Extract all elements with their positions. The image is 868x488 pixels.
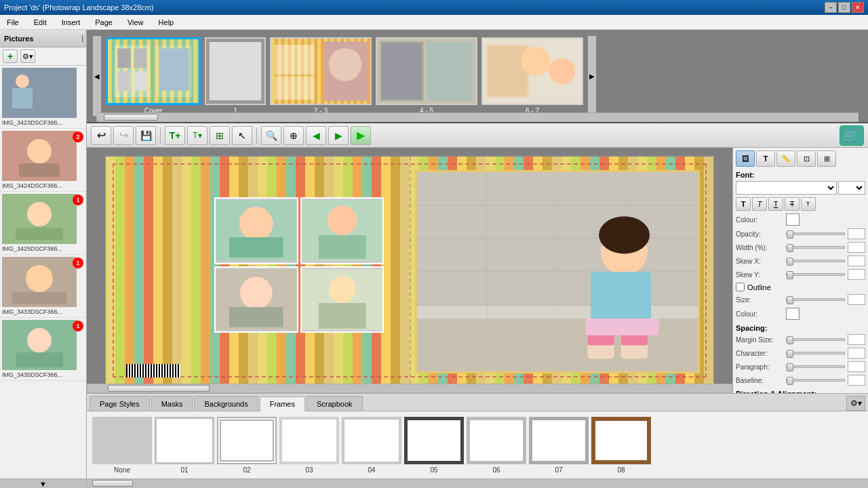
tab-scrapbook[interactable]: Scrapbook: [307, 396, 363, 411]
scroll-down-pictures[interactable]: ▼: [0, 479, 86, 488]
zoom-out-button[interactable]: 🔍: [261, 126, 281, 145]
tab-masks[interactable]: Masks: [151, 396, 193, 411]
list-item[interactable]: 1 IMG_3425DSCF366...: [0, 192, 86, 255]
tab-settings-gear[interactable]: ⚙▾: [846, 396, 865, 411]
character-slider[interactable]: [786, 352, 845, 354]
frame-none[interactable]: None: [92, 417, 152, 474]
colour2-swatch[interactable]: [786, 308, 800, 320]
bottom-tabs: Page Styles Masks Backgrounds Frames Scr…: [87, 394, 868, 411]
frame-box-03: [279, 417, 339, 464]
collage-photo-4[interactable]: [300, 266, 384, 333]
picture-settings-button[interactable]: ⚙▾: [20, 49, 35, 63]
baseline-slider[interactable]: [786, 379, 845, 382]
add-picture-button[interactable]: +: [3, 49, 18, 63]
rt-frame-tool[interactable]: ⊡: [797, 150, 816, 167]
add-text-button[interactable]: T+: [165, 126, 185, 145]
collapse-button[interactable]: |: [81, 35, 83, 42]
skew-x-slider[interactable]: [786, 260, 845, 262]
svg-rect-8: [16, 228, 63, 240]
undo-button[interactable]: ↩: [91, 126, 111, 145]
cart-button[interactable]: 🛒: [840, 125, 864, 146]
pictures-toolbar: + ⚙▾: [0, 47, 86, 66]
margin-slider[interactable]: [786, 338, 845, 341]
paragraph-slider[interactable]: [786, 365, 845, 368]
separator-1: [160, 127, 161, 144]
frame-box-08: [591, 417, 651, 464]
frame-box-06: [467, 417, 526, 464]
format-underline[interactable]: T: [768, 197, 783, 211]
opacity-slider[interactable]: [786, 232, 845, 235]
thumbnail-5: [2, 320, 77, 370]
menu-file[interactable]: File: [3, 17, 23, 28]
thumb-scrollbar[interactable]: [96, 113, 859, 122]
collage-photo-3[interactable]: [214, 266, 298, 333]
paragraph-label: Paragraph:: [736, 363, 783, 371]
tab-frames[interactable]: Frames: [260, 396, 305, 411]
right-large-photo[interactable]: [415, 170, 700, 373]
frame-03[interactable]: 03: [279, 417, 339, 474]
list-item[interactable]: 1 IMG_3433DSCF366...: [0, 255, 86, 318]
rt-text-tool[interactable]: T: [756, 150, 775, 167]
menu-help[interactable]: Help: [155, 17, 178, 28]
list-item[interactable]: 1 IMG_3435DSCF366...: [0, 318, 86, 381]
thumb-page-6-7[interactable]: 6 - 7: [481, 37, 583, 115]
format-italic[interactable]: T: [752, 197, 767, 211]
thumb-cover[interactable]: Cover: [106, 37, 201, 115]
add-textbox-button[interactable]: T▾: [187, 126, 208, 145]
format-caps[interactable]: T: [801, 197, 816, 211]
font-name-select[interactable]: [736, 181, 837, 195]
menu-edit[interactable]: Edit: [30, 17, 51, 28]
width-slider[interactable]: [786, 246, 845, 249]
canvas-area[interactable]: [87, 148, 732, 393]
collage-photo-2[interactable]: [300, 197, 384, 264]
frame-05[interactable]: 05: [404, 417, 464, 474]
redo-button[interactable]: ↪: [113, 126, 134, 145]
menu-view[interactable]: View: [123, 17, 148, 28]
font-size-select[interactable]: [838, 181, 865, 195]
zoom-in-button[interactable]: ⊕: [283, 126, 304, 145]
thumb-page-1[interactable]: 1: [205, 37, 266, 115]
frame-01[interactable]: 01: [155, 417, 214, 474]
frame-04[interactable]: 04: [342, 417, 401, 474]
collage-photo-1[interactable]: [214, 197, 298, 264]
list-item[interactable]: IMG_3423DSCF366...: [0, 66, 86, 129]
outline-checkbox[interactable]: [736, 283, 745, 291]
rt-ruler-tool[interactable]: 📏: [776, 150, 795, 167]
next-page-button[interactable]: ▶: [328, 126, 349, 145]
rt-grid-tool[interactable]: ⊞: [817, 150, 836, 167]
minimize-button[interactable]: −: [825, 2, 837, 13]
maximize-button[interactable]: □: [838, 2, 850, 13]
frame-08[interactable]: 08: [591, 417, 651, 474]
prev-page-button[interactable]: ◀: [306, 126, 326, 145]
list-item[interactable]: 2 IMG_3424DSCF366...: [0, 129, 86, 192]
tab-page-styles[interactable]: Page Styles: [90, 396, 150, 411]
skew-y-slider[interactable]: [786, 273, 845, 276]
rt-image-tool[interactable]: 🖼: [736, 150, 755, 167]
format-strikethrough[interactable]: T: [785, 197, 800, 211]
layout-button[interactable]: ⊞: [210, 126, 230, 145]
select-button[interactable]: ↖: [232, 126, 252, 145]
frame-06[interactable]: 06: [467, 417, 526, 474]
frame-label-04: 04: [368, 466, 375, 474]
thumb-scroll-left[interactable]: ◀: [92, 35, 102, 117]
play-button[interactable]: ▶: [351, 126, 371, 145]
colour-swatch[interactable]: [786, 214, 800, 226]
character-label: Character:: [736, 350, 783, 357]
photo-collage[interactable]: [214, 197, 384, 333]
thumb-scroll-right[interactable]: ▶: [587, 35, 597, 117]
thumb-page-2-3[interactable]: 2 - 3: [270, 37, 372, 115]
bottom-scrollbar[interactable]: [87, 479, 868, 488]
thumb-page-4-5[interactable]: 4 - 5: [376, 37, 477, 115]
svg-point-4: [27, 139, 52, 163]
save-button[interactable]: 💾: [136, 126, 156, 145]
format-bold[interactable]: T: [736, 197, 751, 211]
canvas-h-scrollbar[interactable]: [87, 384, 732, 393]
svg-point-13: [27, 328, 52, 352]
frame-07[interactable]: 07: [529, 417, 589, 474]
size-slider[interactable]: [786, 298, 845, 301]
menu-insert[interactable]: Insert: [58, 17, 85, 28]
close-button[interactable]: ✕: [852, 2, 864, 13]
tab-backgrounds[interactable]: Backgrounds: [194, 396, 258, 411]
frame-02[interactable]: 02: [217, 417, 277, 474]
menu-page[interactable]: Page: [91, 17, 117, 28]
